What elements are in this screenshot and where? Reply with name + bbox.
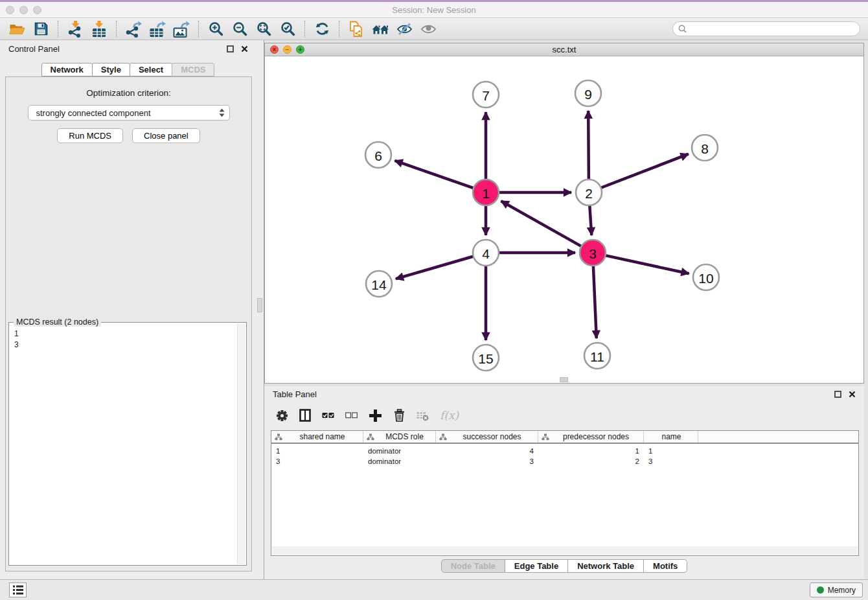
export-table-button[interactable]: [147, 20, 168, 38]
svg-text:10: 10: [698, 271, 713, 286]
import-table-button[interactable]: [89, 20, 109, 38]
save-session-button[interactable]: [30, 20, 51, 38]
graph-node-3[interactable]: 3: [580, 240, 606, 266]
panel-splitter[interactable]: [257, 40, 264, 579]
zoom-selected-button[interactable]: [277, 20, 298, 38]
result-scrollbar[interactable]: [237, 323, 246, 564]
column-header-name[interactable]: name: [644, 431, 698, 443]
close-panel-icon[interactable]: [241, 45, 248, 52]
export-network-button[interactable]: [123, 20, 144, 38]
column-label: MCDS role: [376, 432, 433, 441]
svg-text:11: 11: [590, 349, 604, 364]
graph-node-10[interactable]: 10: [693, 264, 719, 290]
zoom-in-button[interactable]: [205, 20, 226, 38]
memory-button[interactable]: Memory: [810, 583, 863, 597]
maximize-view-button[interactable]: +: [296, 45, 304, 54]
svg-text:15: 15: [478, 351, 493, 366]
toolbar-separator: [304, 21, 305, 38]
control-panel-title: Control Panel: [8, 44, 60, 54]
open-session-button[interactable]: [6, 20, 27, 38]
function-builder-icon: f(x): [440, 409, 459, 422]
zoom-selected-icon: [280, 21, 295, 36]
float-panel-icon[interactable]: [227, 45, 234, 52]
mcds-result-box: MCDS result (2 nodes) 1 3: [8, 322, 247, 566]
optimization-criterion-dropdown[interactable]: strongly connected component: [28, 105, 230, 121]
zoom-out-button[interactable]: [229, 20, 250, 38]
delete-column-trash-icon[interactable]: [393, 409, 405, 422]
network-canvas[interactable]: 7968124314101511: [265, 56, 863, 383]
tab-node-table[interactable]: Node Table: [441, 559, 505, 573]
status-list-button[interactable]: [9, 583, 27, 597]
status-bar: Memory: [0, 579, 868, 600]
graph-node-11[interactable]: 11: [584, 343, 610, 369]
show-columns-icon[interactable]: [299, 409, 311, 422]
table-panel-header: Table Panel: [264, 386, 864, 402]
column-header-mcds-role[interactable]: MCDS role: [363, 431, 436, 443]
minimize-view-button[interactable]: −: [283, 45, 291, 54]
column-header-predecessor-nodes[interactable]: predecessor nodes: [538, 431, 644, 443]
table-row[interactable]: 3dominator323: [271, 456, 858, 467]
toolbar-separator: [58, 21, 58, 38]
mcds-result-title: MCDS result (2 nodes): [14, 317, 101, 327]
cell-shared-name: 3: [271, 457, 363, 465]
show-graphics-details-button[interactable]: [418, 20, 439, 38]
graph-node-15[interactable]: 15: [473, 345, 499, 371]
zoom-window-button[interactable]: [33, 6, 41, 14]
select-all-columns-icon[interactable]: [322, 410, 334, 421]
tab-style[interactable]: Style: [92, 63, 130, 76]
tab-edge-table[interactable]: Edge Table: [505, 559, 568, 573]
node-table: shared nameMCDS rolesuccessor nodesprede…: [271, 430, 859, 556]
import-table-icon: [91, 21, 107, 38]
column-header-successor-nodes[interactable]: successor nodes: [436, 431, 538, 443]
network-from-selection-button[interactable]: [346, 20, 367, 38]
list-icon: [12, 584, 24, 595]
float-table-panel-icon[interactable]: [834, 391, 841, 398]
create-column-plus-icon[interactable]: [369, 409, 382, 422]
edge-3-10: [603, 255, 689, 273]
tab-motifs[interactable]: Motifs: [643, 559, 687, 573]
graph-node-1[interactable]: 1: [473, 179, 499, 205]
tab-mcds[interactable]: MCDS: [172, 63, 214, 76]
column-type-icon: [439, 433, 447, 441]
run-mcds-button[interactable]: Run MCDS: [57, 128, 123, 143]
toolbar-separator: [116, 21, 117, 38]
splitter-handle[interactable]: [257, 298, 262, 312]
minimize-window-button[interactable]: [19, 6, 28, 14]
tab-network-table[interactable]: Network Table: [567, 559, 644, 573]
refresh-view-button[interactable]: [312, 20, 332, 38]
svg-text:1: 1: [482, 186, 490, 201]
graph-node-8[interactable]: 8: [692, 135, 718, 161]
tab-network[interactable]: Network: [41, 63, 93, 76]
graph-node-4[interactable]: 4: [473, 240, 499, 266]
unselect-all-columns-icon[interactable]: [345, 410, 358, 421]
table-horizontal-scrollbar[interactable]: [272, 546, 858, 555]
close-view-button[interactable]: ×: [270, 45, 279, 54]
new-network-from-selection-icon: [348, 21, 364, 38]
titlebar: Session: New Session: [0, 2, 868, 18]
canvas-resize-grip[interactable]: [560, 377, 568, 382]
graph-node-6[interactable]: 6: [365, 142, 391, 168]
dropdown-value: strongly connected component: [36, 108, 151, 118]
control-panel-header: Control Panel: [0, 40, 257, 57]
graph-node-9[interactable]: 9: [575, 80, 601, 106]
table-tabs: Node TableEdge TableNetwork TableMotifs: [264, 556, 864, 575]
table-settings-gear-icon[interactable]: [276, 410, 288, 422]
close-table-panel-icon[interactable]: [849, 391, 856, 398]
hide-graphics-details-button[interactable]: [394, 20, 415, 38]
graph-node-14[interactable]: 14: [366, 271, 392, 297]
tab-select[interactable]: Select: [130, 63, 172, 76]
edge-2-9: [588, 111, 589, 182]
close-panel-button[interactable]: Close panel: [132, 128, 200, 143]
graph-node-7[interactable]: 7: [473, 82, 499, 108]
close-window-button[interactable]: [6, 6, 14, 14]
import-network-button[interactable]: [65, 20, 86, 38]
graph-node-2[interactable]: 2: [576, 179, 602, 205]
svg-text:6: 6: [374, 148, 382, 163]
network-overview-button[interactable]: [370, 20, 391, 38]
column-header-shared-name[interactable]: shared name: [271, 431, 363, 443]
zoom-fit-button[interactable]: [253, 20, 274, 38]
search-input[interactable]: [690, 25, 854, 34]
export-image-button[interactable]: [171, 20, 192, 38]
memory-status-icon: [817, 586, 824, 594]
table-row[interactable]: 1dominator411: [271, 446, 858, 456]
